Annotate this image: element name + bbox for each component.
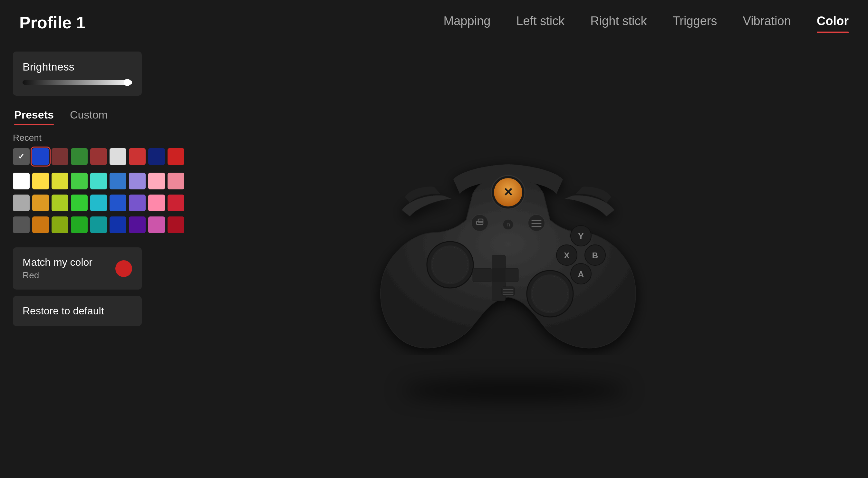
palette-grid	[13, 173, 142, 236]
svg-point-3	[471, 215, 488, 231]
match-my-color-text: Match my color Red	[23, 256, 92, 281]
custom-tab[interactable]: Custom	[70, 108, 107, 124]
brightness-thumb[interactable]	[124, 79, 131, 86]
svg-text:B: B	[592, 251, 598, 260]
svg-text:X: X	[564, 251, 570, 260]
restore-default-button[interactable]: Restore to default	[13, 296, 142, 326]
palette-swatch-1-4[interactable]	[90, 195, 107, 211]
svg-text:⊓: ⊓	[506, 222, 510, 227]
palette-swatch-0-2[interactable]	[52, 173, 68, 189]
palette-swatch-0-3[interactable]	[71, 173, 88, 189]
recent-swatch-0[interactable]	[13, 148, 30, 165]
svg-rect-20	[473, 268, 492, 282]
match-my-color-box[interactable]: Match my color Red	[13, 247, 142, 290]
brightness-box: Brightness	[13, 52, 142, 96]
controller-wrapper: ✕ ⊓	[370, 129, 659, 387]
match-my-color-title: Match my color	[23, 256, 92, 268]
controller-area: ✕ ⊓	[161, 39, 868, 478]
tab-color[interactable]: Color	[817, 14, 849, 31]
palette-row-1	[13, 195, 142, 211]
palette-swatch-2-6[interactable]	[129, 217, 146, 233]
tab-left-stick[interactable]: Left stick	[516, 14, 564, 31]
palette-swatch-2-2[interactable]	[52, 217, 68, 233]
recent-swatch-3[interactable]	[71, 148, 88, 165]
recent-swatch-5[interactable]	[110, 148, 126, 165]
palette-swatch-2-0[interactable]	[13, 217, 30, 233]
presets-tab[interactable]: Presets	[14, 108, 54, 124]
palette-row-2	[13, 217, 142, 233]
palette-swatch-2-4[interactable]	[90, 217, 107, 233]
palette-swatch-0-1[interactable]	[32, 173, 49, 189]
palette-swatch-1-3[interactable]	[71, 195, 88, 211]
preset-custom-tabs: Presets Custom	[13, 108, 142, 124]
header: Profile 1 Mapping Left stick Right stick…	[0, 0, 868, 42]
palette-swatch-2-1[interactable]	[32, 217, 49, 233]
svg-text:A: A	[578, 269, 584, 279]
tab-triggers[interactable]: Triggers	[673, 14, 717, 31]
recent-swatches-row	[13, 148, 142, 165]
palette-swatch-0-4[interactable]	[90, 173, 107, 189]
palette-swatch-1-2[interactable]	[52, 195, 68, 211]
svg-point-13	[431, 246, 469, 284]
tab-vibration[interactable]: Vibration	[743, 14, 791, 31]
recent-swatch-6[interactable]	[129, 148, 146, 165]
palette-swatch-2-5[interactable]	[110, 217, 126, 233]
brightness-slider[interactable]	[23, 80, 132, 85]
match-my-color-dot	[115, 260, 132, 277]
svg-point-6	[528, 215, 545, 231]
svg-text:✕: ✕	[503, 186, 513, 199]
tab-right-stick[interactable]: Right stick	[590, 14, 647, 31]
match-my-color-subtitle: Red	[23, 270, 92, 281]
palette-row-0	[13, 173, 142, 189]
palette-swatch-1-0[interactable]	[13, 195, 30, 211]
left-panel: Brightness Presets Custom Recent Match m…	[13, 52, 142, 326]
brightness-label: Brightness	[23, 61, 132, 73]
palette-swatch-1-1[interactable]	[32, 195, 49, 211]
svg-text:Y: Y	[578, 231, 584, 241]
controller-svg: ✕ ⊓	[370, 129, 647, 355]
controller-shadow	[402, 381, 627, 400]
palette-swatch-0-0[interactable]	[13, 173, 30, 189]
recent-swatch-1[interactable]	[32, 148, 49, 165]
tab-mapping[interactable]: Mapping	[444, 14, 491, 31]
palette-swatch-0-5[interactable]	[110, 173, 126, 189]
svg-rect-22	[492, 268, 505, 282]
palette-swatch-2-3[interactable]	[71, 217, 88, 233]
palette-swatch-0-6[interactable]	[129, 173, 146, 189]
nav-tabs: Mapping Left stick Right stick Triggers …	[444, 14, 849, 31]
svg-point-16	[531, 275, 569, 313]
recent-swatch-4[interactable]	[90, 148, 107, 165]
palette-swatch-1-5[interactable]	[110, 195, 126, 211]
palette-swatch-1-6[interactable]	[129, 195, 146, 211]
recent-swatch-2[interactable]	[52, 148, 68, 165]
recent-label: Recent	[13, 133, 142, 143]
profile-title: Profile 1	[19, 13, 85, 32]
